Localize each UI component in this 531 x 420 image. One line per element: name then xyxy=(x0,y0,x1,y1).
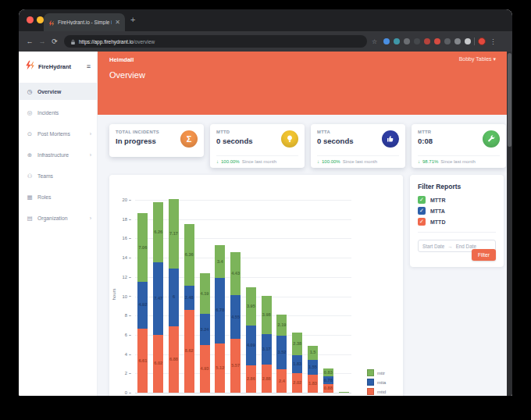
sidebar-item-teams[interactable]: ⚇Teams xyxy=(19,167,97,184)
hamburger-icon[interactable]: ≡ xyxy=(87,62,91,70)
y-axis-label: hours xyxy=(112,279,116,310)
bar-value-label: 5.57 xyxy=(228,363,244,368)
legend-item-mttd: mttd xyxy=(367,388,386,395)
bar-value-label: 1.83 xyxy=(290,361,305,366)
sidebar-item-label: Post Mortems xyxy=(37,131,70,137)
ext-icon-5[interactable] xyxy=(424,38,430,44)
arrow-down-icon: ↓ xyxy=(216,159,219,164)
sidebar-item-overview[interactable]: ◷Overview xyxy=(19,83,97,100)
bar-value-label: 0.83 xyxy=(320,370,336,375)
close-window-button[interactable] xyxy=(27,16,34,23)
bar-value-label: 5.12 xyxy=(212,365,228,370)
sidebar-item-post-mortems[interactable]: ⊙Post Mortems› xyxy=(19,125,97,142)
bar-value-label: 6.78 xyxy=(212,308,228,312)
gridline xyxy=(135,373,351,374)
teams-icon: ⚇ xyxy=(27,173,33,180)
start-date-placeholder: Start Date xyxy=(422,244,444,249)
bar-value-label: 2.4 xyxy=(274,379,290,383)
chevron-down-icon: ▾ xyxy=(493,56,496,62)
y-tick-label: 14 xyxy=(112,255,131,260)
y-tick-label: 18 xyxy=(112,217,131,222)
browser-menu-icon[interactable]: ⋮ xyxy=(490,38,496,45)
favicon-flame-icon xyxy=(48,16,55,30)
tab-title: FireHydrant.io - Simple incide xyxy=(58,20,112,25)
reload-icon[interactable]: ⟳ xyxy=(48,37,61,45)
legend-swatch xyxy=(367,379,374,386)
browser-window: FireHydrant.io - Simple incide ✕ + ← → ⟳… xyxy=(19,9,512,396)
legend-label: mttd xyxy=(377,390,386,394)
filter-button[interactable]: Filter xyxy=(472,249,496,261)
ext-icon-9[interactable] xyxy=(465,38,471,44)
sidebar-item-roles[interactable]: ▦Roles xyxy=(19,188,97,205)
logo-row: FireHydrant ≡ xyxy=(19,52,97,83)
ext-icon-1[interactable] xyxy=(383,38,390,44)
url-text: https://app.firehydrant.io/overview xyxy=(79,39,155,44)
forward-icon[interactable]: → xyxy=(36,37,48,45)
postmortem-icon: ⊙ xyxy=(27,130,33,137)
arrow-down-icon: ↓ xyxy=(418,159,420,164)
legend-swatch xyxy=(367,388,374,395)
change-period: Since last month xyxy=(440,159,475,164)
sidebar-item-infrastructure[interactable]: ⊕Infrastructure› xyxy=(19,146,97,163)
filter-option-mttr: ✓MTTR xyxy=(418,196,496,204)
browser-tab-bar: FireHydrant.io - Simple incide ✕ + xyxy=(19,9,512,31)
user-menu[interactable]: Bobby Tables ▾ xyxy=(459,56,496,62)
checkbox-mttr[interactable]: ✓ xyxy=(418,196,426,204)
scrollbar-thumb[interactable] xyxy=(508,53,511,147)
filter-panel-title: Filter Reports xyxy=(418,183,496,190)
gridline xyxy=(135,277,351,278)
profile-avatar[interactable] xyxy=(478,37,486,45)
bookmark-star-icon[interactable]: ☆ xyxy=(372,38,377,45)
bar-value-label: 2.88 xyxy=(258,376,274,381)
checkbox-label: MTTA xyxy=(430,208,445,214)
ext-icon-6[interactable] xyxy=(434,38,440,44)
sidebar-item-incidents[interactable]: ◎Incidents xyxy=(19,104,97,121)
checkbox-mttd[interactable]: ✓ xyxy=(418,218,426,226)
ext-icon-3[interactable] xyxy=(404,38,410,44)
bulb-icon xyxy=(281,130,298,148)
change-period: Since last month xyxy=(343,159,377,164)
change-percent: 100.00% xyxy=(221,159,240,164)
bar-value-label: 2.02 xyxy=(290,380,305,385)
stacked-bar-chart: 024681012141618206.614.927.062018-12-316… xyxy=(109,175,403,396)
ext-icon-4[interactable] xyxy=(414,38,420,44)
bar-value-label: 3.52 xyxy=(274,350,290,354)
back-icon[interactable]: ← xyxy=(23,37,36,45)
browser-tab[interactable]: FireHydrant.io - Simple incide ✕ xyxy=(44,13,125,31)
logo-text: FireHydrant xyxy=(38,63,84,70)
bar-value-label: 2.86 xyxy=(243,376,258,381)
checkbox-mtta[interactable]: ✓ xyxy=(418,207,426,215)
new-tab-button[interactable]: + xyxy=(130,16,135,24)
bar-value-label: 6 xyxy=(166,294,181,299)
sidebar-item-organization[interactable]: ▤Organization› xyxy=(19,209,97,226)
sidebar-menu: ◷Overview◎Incidents⊙Post Mortems›⊕Infras… xyxy=(19,83,97,226)
filter-panel: Filter Reports ✓MTTR✓MTTA✓MTTD Start Dat… xyxy=(410,175,504,267)
divider xyxy=(418,232,496,233)
sidebar-item-label: Organization xyxy=(37,215,68,221)
bar-value-label: 3.4 xyxy=(212,259,228,264)
bar-value-label: 6.26 xyxy=(151,230,166,234)
change-percent: 100.00% xyxy=(322,159,340,164)
y-tick-label: 4 xyxy=(112,352,131,357)
legend-swatch xyxy=(367,369,374,376)
bar-value-label: 0.88 xyxy=(320,386,336,390)
close-tab-icon[interactable]: ✕ xyxy=(115,19,120,26)
bar-value-label: 4.09 xyxy=(243,343,258,347)
thumbs-up-icon xyxy=(382,130,399,148)
toolbar-divider xyxy=(474,37,475,45)
stat-card-mttd: MTTD0 seconds↓100.00%Since last month xyxy=(210,124,305,168)
checkbox-label: MTTD xyxy=(430,219,445,225)
bar-value-label: 3.98 xyxy=(258,312,274,317)
roles-icon: ▦ xyxy=(27,194,33,201)
ext-icon-7[interactable] xyxy=(444,38,451,44)
page-title: Overview xyxy=(109,70,145,80)
ext-icon-2[interactable] xyxy=(394,38,400,44)
bar-value-label: 7.06 xyxy=(135,245,151,250)
ext-icon-8[interactable] xyxy=(454,38,461,44)
filter-option-mtta: ✓MTTA xyxy=(418,207,496,215)
minimize-window-button[interactable] xyxy=(37,16,44,23)
page-scrollbar[interactable] xyxy=(507,52,512,396)
stat-card-change: ↓100.00%Since last month xyxy=(216,155,298,164)
stat-card-mtta: MTTA0 seconds↓100.00%Since last month xyxy=(311,124,405,168)
url-bar[interactable]: https://app.firehydrant.io/overview xyxy=(64,35,367,48)
